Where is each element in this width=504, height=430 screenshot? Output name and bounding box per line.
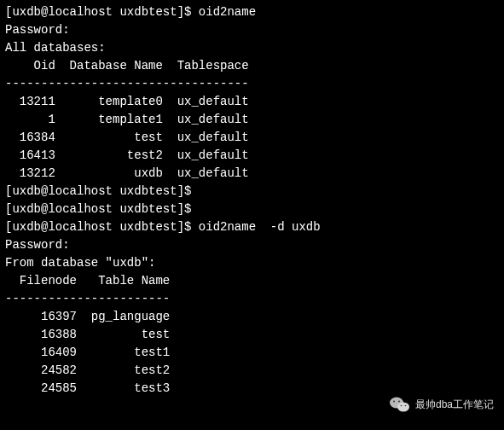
table-header: Oid Database Name Tablespace: [5, 57, 499, 75]
prompt-line: [uxdb@localhost uxdbtest]$: [5, 183, 499, 200]
prompt-line: [uxdb@localhost uxdbtest]$ oid2name -d u…: [5, 218, 499, 236]
svg-point-3: [398, 401, 400, 403]
wechat-icon: [390, 396, 410, 413]
table-row: 24585 test3: [5, 380, 499, 398]
table-row: 13212 uxdb ux_default: [5, 165, 499, 183]
table-divider: ----------------------------------: [5, 75, 499, 93]
table-row: 16388 test: [5, 326, 499, 344]
table-row: 13211 template0 ux_default: [5, 93, 499, 111]
table-header: Filenode Table Name: [5, 272, 499, 290]
svg-point-5: [405, 405, 407, 407]
terminal-output: [uxdb@localhost uxdbtest]$ oid2name Pass…: [5, 3, 499, 398]
output-header: From database "uxdb":: [5, 254, 499, 272]
svg-point-1: [397, 403, 409, 412]
password-prompt: Password:: [5, 236, 499, 254]
output-header: All databases:: [5, 39, 499, 57]
password-prompt: Password:: [5, 21, 499, 39]
svg-point-4: [401, 405, 403, 407]
table-row: 16397 pg_language: [5, 308, 499, 326]
table-row: 16413 test2 ux_default: [5, 147, 499, 165]
table-row: 16409 test1: [5, 344, 499, 362]
table-row: 24582 test2: [5, 362, 499, 380]
table-row: 16384 test ux_default: [5, 129, 499, 147]
prompt-line: [uxdb@localhost uxdbtest]$ oid2name: [5, 3, 499, 21]
svg-point-2: [393, 401, 395, 403]
prompt-line: [uxdb@localhost uxdbtest]$: [5, 200, 499, 218]
table-divider: -----------------------: [5, 290, 499, 308]
watermark: 最帅dba工作笔记: [390, 396, 494, 413]
table-row: 1 template1 ux_default: [5, 111, 499, 129]
watermark-text: 最帅dba工作笔记: [415, 397, 494, 412]
